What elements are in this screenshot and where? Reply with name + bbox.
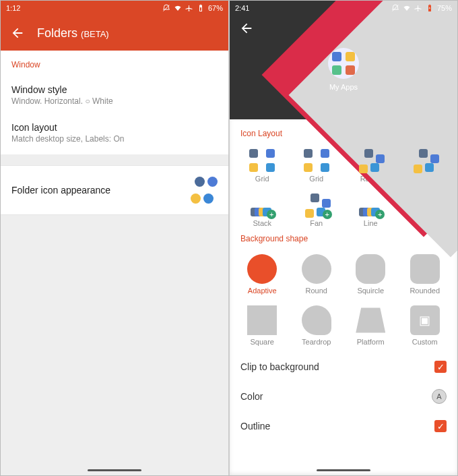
status-bar: 1:12 67%: [1, 1, 228, 16]
shape-custom[interactable]: ▣Custom: [398, 301, 453, 353]
status-battery: 75%: [437, 4, 452, 12]
status-time: 1:12: [6, 4, 20, 12]
home-indicator[interactable]: [317, 469, 370, 471]
preview-header: 2:41 75% My Apps: [230, 1, 457, 119]
shape-square[interactable]: Square: [235, 301, 290, 353]
checkbox-icon[interactable]: ✓: [434, 361, 447, 373]
status-battery: 67%: [208, 4, 223, 12]
row-outline[interactable]: Outline ✓: [230, 412, 457, 432]
color-swatch[interactable]: A: [432, 389, 447, 404]
wifi-icon: [174, 4, 182, 12]
layout-fan[interactable]: +Fan: [290, 189, 344, 234]
folder-label: My Apps: [329, 83, 358, 91]
battery-icon: [197, 4, 205, 12]
wifi-icon: [403, 4, 411, 12]
status-right: 75%: [391, 4, 452, 12]
shape-adaptive[interactable]: Adaptive: [235, 250, 290, 301]
shape-squircle[interactable]: Squircle: [344, 250, 398, 301]
layout-grid-1[interactable]: Grid: [235, 145, 290, 189]
home-indicator[interactable]: [88, 469, 141, 471]
row-clip-to-background[interactable]: Clip to background ✓: [230, 353, 457, 381]
section-window: Window: [1, 51, 228, 76]
status-right: 67%: [162, 4, 223, 12]
do-not-disturb-icon: [391, 4, 399, 12]
right-phone: 2:41 75% My Apps Icon Layout Grid: [230, 1, 457, 475]
toolbar-title: Folders (BETA): [37, 26, 109, 40]
layout-stack[interactable]: +Stack: [235, 189, 290, 234]
back-icon[interactable]: [10, 26, 25, 40]
folder-preview[interactable]: My Apps: [328, 48, 359, 91]
toolbar: Folders (BETA): [1, 16, 228, 51]
left-phone: 1:12 67% Folders (BETA) Window Window st…: [1, 1, 228, 475]
folder-preview-icon: [191, 177, 218, 204]
shape-rounded[interactable]: Rounded: [398, 250, 453, 301]
shape-round[interactable]: Round: [290, 250, 344, 301]
layout-grid-2[interactable]: Grid: [290, 145, 344, 189]
row-icon-layout[interactable]: Icon layout Match desktop size, Labels: …: [1, 114, 228, 154]
checkbox-icon[interactable]: ✓: [434, 420, 447, 432]
row-folder-appearance[interactable]: Folder icon appearance: [1, 165, 228, 215]
battery-charging-icon: [426, 4, 434, 12]
airplane-icon: [414, 4, 422, 12]
row-window-style[interactable]: Window style Window. Horizontal. ○ White: [1, 76, 228, 114]
airplane-icon: [185, 4, 193, 12]
shape-platform[interactable]: Platform: [344, 301, 398, 353]
shape-teardrop[interactable]: Teardrop: [290, 301, 344, 353]
shape-options: Adaptive Round Squircle Rounded Square T…: [230, 247, 457, 353]
status-time: 2:41: [235, 4, 249, 12]
back-button[interactable]: [239, 21, 254, 38]
do-not-disturb-icon: [162, 4, 170, 12]
row-color[interactable]: Color A: [230, 381, 457, 412]
status-bar: 2:41 75%: [230, 1, 457, 16]
